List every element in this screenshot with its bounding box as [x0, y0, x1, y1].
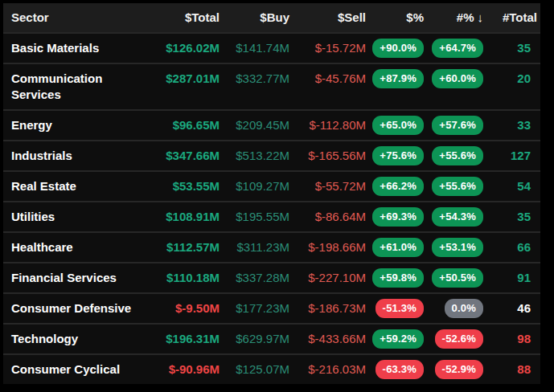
- cell-sell-value: $-216.03M: [291, 355, 367, 384]
- cell-sell-value: $-198.66M: [291, 233, 367, 262]
- cell-total-count: 91: [485, 263, 540, 292]
- table-row[interactable]: Technology$196.31M$629.97M$-433.66M+59.2…: [3, 325, 540, 353]
- column-header-total[interactable]: $Total: [150, 3, 221, 32]
- table-row[interactable]: Communication Services$287.01M$332.77M$-…: [3, 64, 540, 109]
- num-pct-badge-cell: 0.0%: [425, 294, 485, 323]
- dollar-pct-badge-cell: +75.6%: [367, 141, 425, 170]
- cell-total-count: 35: [485, 202, 540, 231]
- column-header-sector[interactable]: Sector: [3, 3, 150, 32]
- cell-total-count: 54: [485, 172, 540, 201]
- dollar-pct-badge: +87.9%: [372, 69, 424, 88]
- dollar-pct-badge-cell: +65.0%: [367, 111, 425, 140]
- cell-buy-value: $332.77M: [221, 64, 291, 93]
- num-pct-badge: +55.6%: [432, 146, 483, 165]
- cell-total-value: $96.65M: [150, 111, 221, 140]
- cell-total-count: 127: [485, 141, 540, 170]
- column-header-label: $Buy: [260, 10, 289, 24]
- cell-buy-value: $177.23M: [221, 294, 291, 323]
- cell-total-value: $108.91M: [150, 202, 221, 231]
- dollar-pct-badge-cell: +87.9%: [367, 64, 425, 93]
- cell-sell-value: $-55.72M: [291, 172, 367, 201]
- cell-sell-value: $-45.76M: [291, 64, 367, 93]
- cell-sector-name: Basic Materials: [3, 34, 150, 63]
- cell-buy-value: $629.97M: [221, 325, 291, 353]
- cell-sell-value: $-15.72M: [291, 34, 367, 63]
- num-pct-badge: +57.6%: [432, 116, 483, 135]
- dollar-pct-badge: +69.3%: [372, 207, 424, 227]
- column-header-buy[interactable]: $Buy: [221, 3, 291, 32]
- table-row[interactable]: Healthcare$112.57M$311.23M$-198.66M+61.0…: [3, 233, 540, 262]
- table-row[interactable]: Consumer Cyclical$-90.96M$125.07M$-216.0…: [3, 355, 540, 384]
- dollar-pct-badge-cell: +69.3%: [367, 202, 425, 231]
- cell-buy-value: $125.07M: [221, 355, 291, 384]
- dollar-pct-badge: +66.2%: [372, 177, 424, 196]
- cell-sector-name: Consumer Defensive: [3, 294, 150, 323]
- dollar-pct-badge: +90.0%: [372, 39, 424, 58]
- column-header-num_pct[interactable]: #%↓: [425, 3, 485, 32]
- dollar-pct-badge: +59.8%: [372, 268, 424, 288]
- cell-buy-value: $209.45M: [221, 111, 291, 140]
- dollar-pct-badge-cell: +61.0%: [367, 233, 425, 262]
- dollar-pct-badge: +65.0%: [372, 116, 424, 135]
- column-header-count[interactable]: #Total: [485, 3, 540, 32]
- cell-sector-name: Consumer Cyclical: [3, 355, 150, 384]
- cell-sector-name: Real Estate: [3, 172, 150, 201]
- cell-total-value: $53.55M: [150, 172, 221, 201]
- cell-buy-value: $109.27M: [221, 172, 291, 201]
- cell-sell-value: $-86.64M: [291, 202, 367, 231]
- cell-sell-value: $-433.66M: [291, 325, 367, 353]
- cell-sector-name: Financial Services: [3, 263, 150, 292]
- sector-flow-page: Sector$Total$Buy$Sell$%#%↓#Total Basic M…: [0, 0, 554, 392]
- table-row[interactable]: Energy$96.65M$209.45M$-112.80M+65.0%+57.…: [3, 111, 540, 140]
- num-pct-badge-cell: -52.9%: [425, 355, 485, 384]
- table-row[interactable]: Consumer Defensive$-9.50M$177.23M$-186.7…: [3, 294, 540, 323]
- cell-total-count: 98: [485, 325, 540, 353]
- cell-buy-value: $337.28M: [221, 263, 291, 292]
- cell-total-count: 35: [485, 34, 540, 63]
- column-header-dollar_pct[interactable]: $%: [367, 3, 425, 32]
- dollar-pct-badge-cell: -63.3%: [367, 355, 425, 384]
- table-row[interactable]: Real Estate$53.55M$109.27M$-55.72M+66.2%…: [3, 172, 540, 201]
- cell-sell-value: $-165.56M: [291, 141, 367, 170]
- cell-total-value: $287.01M: [150, 64, 221, 93]
- cell-total-value: $196.31M: [150, 325, 221, 353]
- cell-buy-value: $195.55M: [221, 202, 291, 231]
- dollar-pct-badge: -51.3%: [375, 299, 424, 318]
- cell-total-count: 88: [485, 355, 540, 384]
- num-pct-badge: -52.6%: [435, 329, 483, 349]
- num-pct-badge-cell: +55.6%: [425, 141, 485, 170]
- num-pct-badge: -52.9%: [435, 360, 483, 379]
- dollar-pct-badge: +75.6%: [372, 146, 424, 165]
- cell-buy-value: $311.23M: [221, 233, 291, 262]
- table-row[interactable]: Financial Services$110.18M$337.28M$-227.…: [3, 263, 540, 292]
- cell-total-count: 20: [485, 64, 540, 93]
- dollar-pct-badge-cell: +59.2%: [367, 325, 425, 353]
- cell-total-value: $-90.96M: [150, 355, 221, 384]
- table-row[interactable]: Industrials$347.66M$513.22M$-165.56M+75.…: [3, 141, 540, 170]
- dollar-pct-badge-cell: +59.8%: [367, 263, 425, 292]
- cell-sector-name: Energy: [3, 111, 150, 140]
- num-pct-badge-cell: +54.3%: [425, 202, 485, 231]
- num-pct-badge-cell: +55.6%: [425, 172, 485, 201]
- num-pct-badge-cell: +64.7%: [425, 34, 485, 63]
- dollar-pct-badge: -63.3%: [375, 360, 424, 379]
- num-pct-badge: +53.1%: [432, 238, 483, 257]
- num-pct-badge: +55.6%: [432, 177, 483, 196]
- dollar-pct-badge: +61.0%: [372, 238, 424, 257]
- column-header-sell[interactable]: $Sell: [291, 3, 367, 32]
- table-row[interactable]: Utilities$108.91M$195.55M$-86.64M+69.3%+…: [3, 202, 540, 231]
- cell-total-value: $-9.50M: [150, 294, 221, 323]
- cell-total-value: $347.66M: [150, 141, 221, 170]
- cell-sector-name: Technology: [3, 325, 150, 353]
- num-pct-badge: +64.7%: [432, 39, 483, 58]
- table-header-row: Sector$Total$Buy$Sell$%#%↓#Total: [3, 3, 540, 32]
- cell-sell-value: $-227.10M: [291, 263, 367, 292]
- dollar-pct-badge-cell: -51.3%: [367, 294, 425, 323]
- cell-sector-name: Utilities: [3, 202, 150, 231]
- cell-sector-name: Healthcare: [3, 233, 150, 262]
- table-row[interactable]: Basic Materials$126.02M$141.74M$-15.72M+…: [3, 34, 540, 63]
- sort-desc-icon: ↓: [478, 10, 484, 24]
- num-pct-badge-cell: +53.1%: [425, 233, 485, 262]
- cell-buy-value: $141.74M: [221, 34, 291, 63]
- cell-sell-value: $-112.80M: [291, 111, 367, 140]
